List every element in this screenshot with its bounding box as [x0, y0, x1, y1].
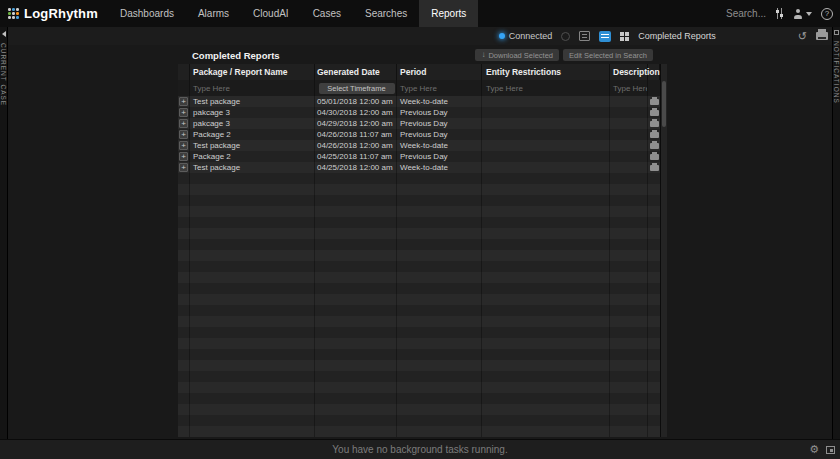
cell-description — [610, 118, 648, 129]
logrhythm-logo[interactable]: LogRhythm — [0, 6, 108, 21]
empty-row — [178, 338, 660, 349]
cell-generated-date: 04/26/2018 11:07 am — [315, 129, 397, 140]
grid-icon — [620, 32, 629, 41]
row-print-icon[interactable] — [650, 121, 659, 127]
column-header-period[interactable]: Period — [397, 64, 482, 80]
current-case-label: CURRENT CASE — [0, 43, 7, 106]
expand-row-icon[interactable]: + — [179, 141, 188, 150]
cell-generated-date: 05/01/2018 12:00 am — [315, 96, 397, 107]
filter-sliders-icon[interactable] — [775, 8, 784, 19]
gear-icon[interactable]: ⚙ — [809, 444, 819, 455]
column-header-expand — [178, 64, 190, 80]
cell-description — [610, 151, 648, 162]
row-print-icon[interactable] — [650, 132, 659, 138]
caret-down-icon — [806, 12, 812, 16]
filter-period-input[interactable]: Type Here — [397, 80, 482, 96]
table-row[interactable]: +Package 204/25/2018 11:07 amPrevious Da… — [178, 151, 660, 162]
collapse-arrow-icon[interactable] — [2, 31, 6, 37]
current-case-strip[interactable]: CURRENT CASE — [0, 27, 8, 439]
cell-package-name: Test package — [190, 96, 315, 107]
row-print-icon[interactable] — [650, 154, 659, 160]
expand-cell: + — [178, 140, 190, 151]
download-selected-label: Download Selected — [488, 51, 553, 60]
row-print-icon[interactable] — [650, 165, 659, 171]
expand-row-icon[interactable]: + — [179, 97, 188, 106]
print-icon[interactable] — [816, 32, 828, 40]
expand-row-icon[interactable]: + — [179, 163, 188, 172]
scrollbar-thumb[interactable] — [662, 81, 666, 127]
cell-period: Week-to-date — [397, 162, 482, 173]
empty-row — [178, 294, 660, 305]
notifications-pin-icon[interactable] — [834, 30, 839, 35]
search-input[interactable]: Search... — [726, 8, 766, 19]
expand-row-icon[interactable]: + — [179, 130, 188, 139]
tab-alarms[interactable]: Alarms — [186, 0, 241, 27]
tab-cloudai[interactable]: CloudAI — [241, 0, 301, 27]
cell-package-name: pakcage 3 — [190, 118, 315, 129]
expand-cell: + — [178, 107, 190, 118]
empty-row — [178, 393, 660, 404]
main-area: Connected Completed Reports ↺ Completed … — [8, 27, 832, 439]
refresh-icon[interactable]: ↺ — [798, 31, 807, 42]
empty-row — [178, 239, 660, 250]
status-icons: ⚙ — [809, 440, 835, 459]
empty-row — [178, 316, 660, 327]
column-header-description[interactable]: Description — [610, 64, 648, 80]
vertical-scrollbar[interactable] — [660, 64, 667, 437]
app-window: LogRhythm DashboardsAlarmsCloudAICasesSe… — [0, 0, 840, 459]
column-header-entity[interactable]: Entity Restrictions — [482, 64, 610, 80]
empty-row — [178, 283, 660, 294]
select-timeframe-button[interactable]: Select Timeframe — [319, 83, 395, 94]
connected-dot-icon — [499, 33, 505, 39]
cell-generated-date: 04/30/2018 12:00 am — [315, 107, 397, 118]
row-print-icon[interactable] — [650, 110, 659, 116]
column-header-date[interactable]: Generated Date — [315, 64, 397, 80]
cell-period: Previous Day — [397, 129, 482, 140]
cell-entity-restrictions — [482, 107, 610, 118]
row-print-icon[interactable] — [650, 99, 659, 105]
user-menu[interactable] — [793, 9, 812, 19]
table-row[interactable]: +Test package04/26/2018 12:00 amWeek-to-… — [178, 140, 660, 151]
table-row[interactable]: +Test package05/01/2018 12:00 amWeek-to-… — [178, 96, 660, 107]
filter-entity-input[interactable]: Type Here — [482, 80, 610, 96]
completed-reports-view-icon[interactable] — [599, 31, 611, 42]
cell-period: Previous Day — [397, 107, 482, 118]
completed-reports-table: Package / Report Name Generated Date Per… — [178, 64, 667, 437]
report-list-icon[interactable] — [579, 31, 590, 41]
cell-entity-restrictions — [482, 129, 610, 140]
table-row[interactable]: +Package 204/26/2018 11:07 amPrevious Da… — [178, 129, 660, 140]
dock-icon[interactable] — [826, 446, 835, 454]
table-row[interactable]: +Test package04/25/2018 12:00 amWeek-to-… — [178, 162, 660, 173]
filter-name-input[interactable]: Type Here — [190, 80, 315, 96]
tab-searches[interactable]: Searches — [353, 0, 419, 27]
help-icon[interactable]: ? — [821, 8, 833, 20]
column-header-name[interactable]: Package / Report Name — [190, 64, 315, 80]
expand-row-icon[interactable]: + — [179, 119, 188, 128]
edit-selected-button[interactable]: Edit Selected in Search — [563, 49, 653, 61]
completed-reports-panel: Completed Reports ↓ Download Selected Ed… — [178, 49, 667, 437]
logo-text: LogRhythm — [24, 6, 98, 21]
empty-row — [178, 349, 660, 360]
user-icon — [793, 9, 803, 19]
empty-row — [178, 217, 660, 228]
logrhythm-logo-icon — [8, 8, 19, 19]
expand-row-icon[interactable]: + — [179, 108, 188, 117]
download-selected-button[interactable]: ↓ Download Selected — [475, 49, 559, 61]
empty-row — [178, 272, 660, 283]
cell-print — [648, 129, 660, 140]
cell-generated-date: 04/26/2018 12:00 am — [315, 140, 397, 151]
notifications-strip[interactable]: NOTIFICATIONS — [832, 27, 840, 439]
table-row[interactable]: +pakcage 304/29/2018 12:00 amPrevious Da… — [178, 118, 660, 129]
tab-cases[interactable]: Cases — [301, 0, 353, 27]
tab-dashboards[interactable]: Dashboards — [108, 0, 186, 27]
filter-description-input[interactable]: Type Here — [610, 80, 648, 96]
tab-reports[interactable]: Reports — [419, 0, 478, 27]
table-row[interactable]: +pakcage 304/30/2018 12:00 amPrevious Da… — [178, 107, 660, 118]
status-circle-icon — [561, 32, 570, 41]
cell-print — [648, 96, 660, 107]
expand-cell: + — [178, 151, 190, 162]
table-body: +Test package05/01/2018 12:00 amWeek-to-… — [178, 96, 660, 437]
row-print-icon[interactable] — [650, 143, 659, 149]
expand-row-icon[interactable]: + — [179, 152, 188, 161]
cell-print — [648, 151, 660, 162]
